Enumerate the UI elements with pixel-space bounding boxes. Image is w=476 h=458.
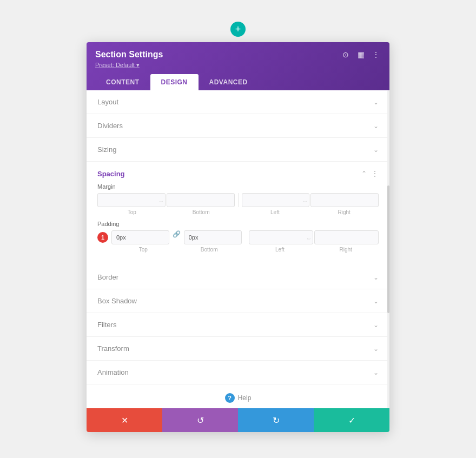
margin-divider	[238, 193, 239, 207]
margin-bottom-label: Bottom	[167, 209, 236, 215]
margin-bottom-wrap	[167, 193, 235, 207]
scrollbar-thumb[interactable]	[387, 185, 389, 313]
spacing-title: Spacing	[97, 170, 125, 178]
layout-chevron-icon: ⌄	[373, 98, 379, 106]
dividers-label: Dividers	[97, 122, 123, 130]
dividers-section-row[interactable]: Dividers ⌄	[87, 114, 389, 138]
transform-chevron-icon: ⌄	[373, 345, 379, 353]
animation-label: Animation	[97, 368, 129, 376]
padding-left-right-pair: ⎵	[249, 230, 379, 244]
box-shadow-chevron-icon: ⌄	[373, 297, 379, 305]
margin-right-label: Right	[309, 209, 379, 215]
padding-left-wrap: ⎵	[249, 230, 313, 244]
sizing-section-row[interactable]: Sizing ⌄	[87, 138, 389, 162]
padding-right-wrap	[314, 230, 379, 244]
padding-right-label: Right	[313, 247, 379, 253]
margin-right-input[interactable]	[310, 193, 379, 207]
transform-section-row[interactable]: Transform ⌄	[87, 337, 389, 361]
margin-left-wrap: ⎵	[242, 193, 310, 207]
border-section-row[interactable]: Border ⌄	[87, 265, 389, 289]
spacing-header-icons: ⌃ ⋮	[361, 169, 379, 178]
cancel-button[interactable]: ✕	[87, 408, 162, 432]
padding-field-labels: Top Bottom Left Right	[97, 247, 379, 253]
border-chevron-icon: ⌄	[373, 274, 379, 281]
preset-value[interactable]: Preset: Default ▾	[95, 62, 140, 68]
padding-label-spacer	[242, 247, 247, 253]
margin-top-wrap: ⎵	[97, 193, 166, 207]
padding-left-input[interactable]	[249, 230, 313, 244]
margin-left-label: Left	[241, 209, 310, 215]
padding-left-responsive-icon: ⎵	[307, 235, 310, 240]
padding-bottom-label: Bottom	[176, 247, 242, 253]
panel-footer: ✕ ↺ ↻ ✓	[87, 408, 389, 432]
margin-top-responsive-icon: ⎵	[160, 197, 162, 203]
border-label: Border	[97, 273, 118, 281]
padding-bottom-input[interactable]	[184, 230, 242, 244]
tabs: Content Design Advanced	[95, 74, 381, 90]
margin-left-responsive-icon: ⎵	[303, 197, 306, 203]
box-shadow-section-row[interactable]: Box Shadow ⌄	[87, 289, 389, 313]
help-icon[interactable]: ?	[225, 393, 235, 403]
badge-number: 1	[97, 232, 108, 243]
spacing-more-icon[interactable]: ⋮	[371, 169, 379, 178]
padding-bottom-wrap	[184, 230, 242, 244]
spacing-header[interactable]: Spacing ⌃ ⋮	[97, 162, 379, 183]
tab-advanced[interactable]: Advanced	[199, 74, 259, 90]
add-section-button[interactable]: +	[230, 22, 246, 37]
redo-button[interactable]: ↻	[238, 408, 314, 432]
margin-bottom-input[interactable]	[167, 193, 235, 207]
spacing-section: Spacing ⌃ ⋮ Margin ⎵	[87, 162, 389, 265]
spacing-chevron-up-icon[interactable]: ⌃	[361, 170, 367, 177]
panel-title: Section Settings	[95, 50, 163, 59]
margin-label-spacer	[236, 209, 241, 215]
padding-top-input[interactable]	[111, 230, 169, 244]
tab-design[interactable]: Design	[150, 74, 199, 90]
grid-icon[interactable]: ▦	[356, 50, 366, 59]
padding-link-icon[interactable]: 🔗	[173, 230, 181, 244]
margin-group: Margin ⎵	[97, 183, 379, 215]
padding-left-label: Left	[247, 247, 313, 253]
help-row: ? Help	[87, 384, 389, 408]
animation-chevron-icon: ⌄	[373, 369, 379, 376]
layout-section-row[interactable]: Layout ⌄	[87, 90, 389, 114]
transform-label: Transform	[97, 344, 129, 353]
tab-content[interactable]: Content	[95, 74, 150, 90]
dividers-chevron-icon: ⌄	[373, 122, 379, 130]
padding-inputs-row: 1 🔗	[97, 230, 379, 244]
scrollbar-track	[387, 90, 389, 408]
padding-top-label: Top	[110, 247, 176, 253]
padding-top-bottom-pair: 🔗	[111, 230, 242, 244]
preset-label: Preset: Default ▾	[95, 62, 381, 69]
filters-section-row[interactable]: Filters ⌄	[87, 313, 389, 337]
panel-header-top: Section Settings ⊙ ▦ ⋮	[95, 50, 381, 59]
filters-chevron-icon: ⌄	[373, 321, 379, 329]
save-button[interactable]: ✓	[314, 408, 389, 432]
panel-header-icons: ⊙ ▦ ⋮	[341, 50, 381, 59]
padding-right-input[interactable]	[314, 230, 379, 244]
box-shadow-label: Box Shadow	[97, 297, 137, 305]
margin-left-right-pair: ⎵	[242, 193, 379, 207]
target-icon[interactable]: ⊙	[341, 50, 351, 59]
margin-top-label: Top	[97, 209, 167, 215]
more-options-icon[interactable]: ⋮	[371, 50, 381, 59]
help-icon-label: ?	[228, 395, 232, 401]
sizing-label: Sizing	[97, 145, 116, 154]
margin-label: Margin	[97, 183, 379, 190]
margin-top-input[interactable]	[97, 193, 166, 207]
sizing-chevron-icon: ⌄	[373, 146, 379, 154]
margin-left-input[interactable]	[242, 193, 310, 207]
help-text[interactable]: Help	[238, 394, 252, 402]
panel-body: Layout ⌄ Dividers ⌄ Sizing ⌄ Spacing ⌃ ⋮	[87, 90, 389, 408]
padding-group: Padding 1 🔗	[97, 221, 379, 253]
padding-top-wrap	[111, 230, 169, 244]
section-settings-panel: Section Settings ⊙ ▦ ⋮ Preset: Default ▾…	[87, 42, 389, 432]
reset-button[interactable]: ↺	[162, 408, 238, 432]
panel-header: Section Settings ⊙ ▦ ⋮ Preset: Default ▾…	[87, 42, 389, 90]
margin-right-wrap	[310, 193, 379, 207]
page-wrapper: + Section Settings ⊙ ▦ ⋮ Preset: Default…	[0, 11, 476, 458]
animation-section-row[interactable]: Animation ⌄	[87, 361, 389, 384]
margin-inputs-row: ⎵ ⎵	[97, 193, 379, 207]
padding-label: Padding	[97, 221, 379, 227]
layout-label: Layout	[97, 98, 118, 106]
margin-field-labels: Top Bottom Left Right	[97, 209, 379, 215]
